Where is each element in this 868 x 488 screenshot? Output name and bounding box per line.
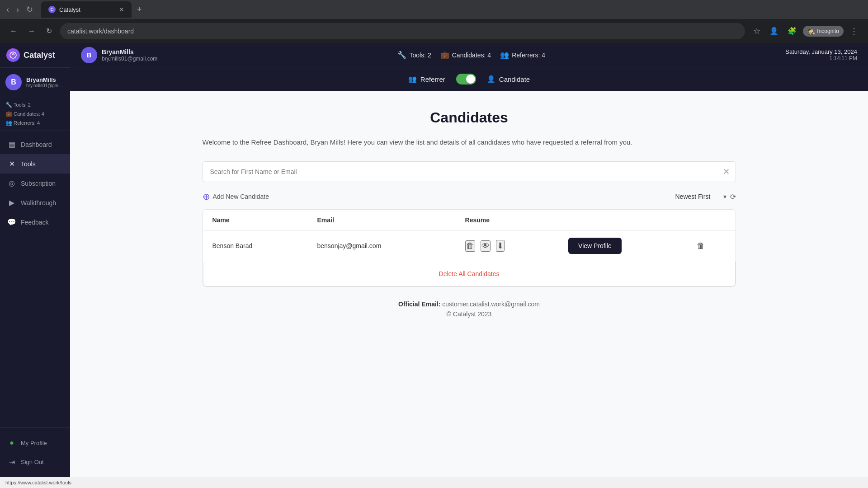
- sidebar-user-info: BryanMills bry.mills01@gmail.com: [26, 76, 65, 88]
- stat-candidates: 💼 Candidates: 4: [5, 111, 44, 117]
- referrer-label: Referrer: [420, 75, 445, 83]
- view-profile-cell: View Profile: [559, 230, 688, 262]
- refresh-icon[interactable]: ⟳: [730, 192, 736, 201]
- footer-official-email-row: Official Email: customer.catalist.work@g…: [203, 300, 736, 308]
- tab-close-button[interactable]: ✕: [119, 6, 124, 13]
- refresh-button[interactable]: ↻: [24, 3, 36, 16]
- candidates-table: Name Email Resume Benson Barad bensonjay…: [203, 210, 736, 262]
- extensions-button[interactable]: 🧩: [785, 24, 799, 38]
- view-profile-button[interactable]: View Profile: [568, 238, 622, 254]
- sort-chevron-icon: ▾: [723, 193, 726, 200]
- header-referrers-label: Referrers: 4: [512, 52, 545, 59]
- footer-email-value: customer.catalist.work@gmail.com: [442, 300, 540, 308]
- table-controls: ⊕ Add New Candidate Newest First Oldest …: [203, 191, 736, 202]
- referrers-stat-label: Referrers: 4: [14, 120, 40, 126]
- sidebar-item-walkthrough[interactable]: ▶ Walkthrough: [0, 193, 70, 212]
- feedback-label: Feedback: [21, 219, 48, 226]
- sidebar-email: bry.mills01@gmail.com: [26, 83, 65, 88]
- referrer-icon: 👥: [408, 75, 417, 83]
- bookmark-button[interactable]: ☆: [750, 23, 763, 39]
- delete-all-button[interactable]: Delete All Candidates: [439, 270, 500, 277]
- sidebar: Catalyst B BryanMills bry.mills01@gmail.…: [0, 43, 70, 477]
- candidate-option: 👤 Candidate: [487, 75, 530, 83]
- page-content: Candidates Welcome to the Refree Dashboa…: [175, 91, 763, 477]
- forward-nav-button[interactable]: →: [25, 24, 38, 38]
- incognito-label: Incognito: [817, 28, 839, 34]
- logo-icon: [6, 48, 20, 62]
- search-input[interactable]: [203, 161, 736, 182]
- header-candidates-label: Candidates: 4: [452, 52, 491, 59]
- sidebar-stats: 🔧 Tools: 2 💼 Candidates: 4 👥 Referrers: …: [0, 97, 70, 131]
- header-date: Saturday, January 13, 2024: [785, 48, 857, 55]
- col-header-delete: [688, 210, 735, 230]
- header-user-info: BryanMills bry.mills01@gmail.com: [102, 48, 157, 62]
- tools-label: Tools: [21, 160, 36, 168]
- sidebar-nav: ▤ Dashboard ✕ Tools ◎ Subscription ▶ Wal…: [0, 131, 70, 427]
- candidates-table-wrapper: Name Email Resume Benson Barad bensonjay…: [203, 209, 736, 287]
- resume-upload-button[interactable]: 🗑: [465, 240, 475, 252]
- footer-email-label: Official Email:: [398, 300, 440, 308]
- active-tab[interactable]: C Catalyst ✕: [41, 1, 132, 18]
- app-header: B BryanMills bry.mills01@gmail.com 🔧 Too…: [70, 43, 868, 67]
- resume-download-button[interactable]: ⬇: [496, 240, 505, 252]
- header-time: 1:14:11 PM: [785, 55, 857, 61]
- plus-icon: ⊕: [203, 191, 210, 202]
- table-body: Benson Barad bensonjay@gmail.com 🗑 👁 ⬇: [203, 230, 735, 262]
- tools-icon: 🔧: [5, 102, 12, 108]
- header-avatar-letter: B: [87, 51, 92, 59]
- delete-all-container: Delete All Candidates: [203, 262, 736, 286]
- candidate-label: Candidate: [499, 75, 530, 83]
- profile-button[interactable]: 👤: [767, 24, 781, 38]
- menu-button[interactable]: ⋮: [847, 23, 861, 39]
- role-toggle-switch[interactable]: [456, 74, 476, 84]
- table-header: Name Email Resume: [203, 210, 735, 230]
- nav-buttons: ‹ › ↻: [4, 3, 36, 16]
- search-clear-button[interactable]: ✕: [723, 167, 730, 177]
- candidate-email: bensonjay@gmail.com: [308, 230, 456, 262]
- sort-control: Newest First Oldest First A-Z Z-A ▾ ⟳: [675, 192, 736, 201]
- candidate-resume-actions: 🗑 👁 ⬇: [456, 230, 559, 262]
- status-bar: https://www.catalist.work/tools: [0, 477, 868, 488]
- sidebar-item-dashboard[interactable]: ▤ Dashboard: [0, 135, 70, 154]
- browser-chrome: ‹ › ↻ C Catalyst ✕ + ← → ↻ catalist.work…: [0, 0, 868, 43]
- back-nav-button[interactable]: ←: [7, 24, 20, 38]
- delete-candidate-button[interactable]: 🗑: [697, 241, 705, 251]
- col-header-name: Name: [203, 210, 308, 230]
- sidebar-item-sign-out[interactable]: ⇥ Sign Out: [0, 452, 70, 472]
- tab-title: Catalyst: [59, 6, 80, 13]
- footer-copyright: © Catalyst 2023: [203, 310, 736, 318]
- incognito-indicator: 🕵️ Incognito: [803, 26, 844, 37]
- header-stats: 🔧 Tools: 2 💼 Candidates: 4 👥 Referrers: …: [397, 51, 545, 59]
- address-bar[interactable]: catalist.work/dashboard: [60, 23, 745, 39]
- header-user: B BryanMills bry.mills01@gmail.com: [81, 47, 157, 63]
- candidate-icon: 👤: [487, 75, 495, 83]
- sign-out-label: Sign Out: [21, 459, 44, 465]
- page-footer: Official Email: customer.catalist.work@g…: [203, 287, 736, 327]
- sidebar-item-subscription[interactable]: ◎ Subscription: [0, 174, 70, 193]
- sidebar-item-feedback[interactable]: 💬 Feedback: [0, 212, 70, 232]
- reload-nav-button[interactable]: ↻: [43, 24, 55, 38]
- sort-select[interactable]: Newest First Oldest First A-Z Z-A: [675, 193, 720, 200]
- sign-out-icon: ⇥: [7, 458, 16, 466]
- sidebar-item-tools[interactable]: ✕ Tools: [0, 154, 70, 174]
- feedback-icon: 💬: [7, 218, 16, 226]
- my-profile-label: My Profile: [21, 440, 47, 446]
- sidebar-footer: ● My Profile ⇥ Sign Out: [0, 427, 70, 477]
- address-bar-row: ← → ↻ catalist.work/dashboard ☆ 👤 🧩 🕵️ I…: [0, 19, 868, 43]
- forward-button[interactable]: ›: [14, 3, 22, 16]
- sidebar-item-my-profile[interactable]: ● My Profile: [0, 433, 70, 452]
- tools-nav-icon: ✕: [7, 160, 16, 168]
- dashboard-icon: ▤: [7, 140, 16, 149]
- header-referrers-icon: 👥: [500, 51, 509, 59]
- page-description: Welcome to the Refree Dashboard, Bryan M…: [203, 137, 736, 148]
- status-bar-url: https://www.catalist.work/tools: [5, 480, 71, 485]
- walkthrough-icon: ▶: [7, 198, 16, 207]
- walkthrough-label: Walkthrough: [21, 199, 56, 206]
- sidebar-username: BryanMills: [26, 76, 65, 83]
- resume-view-button[interactable]: 👁: [481, 240, 491, 252]
- new-tab-button[interactable]: +: [133, 3, 146, 16]
- my-profile-icon: ●: [7, 439, 16, 447]
- back-button[interactable]: ‹: [4, 3, 12, 16]
- add-candidate-button[interactable]: ⊕ Add New Candidate: [203, 191, 269, 202]
- url-display: catalist.work/dashboard: [67, 28, 134, 35]
